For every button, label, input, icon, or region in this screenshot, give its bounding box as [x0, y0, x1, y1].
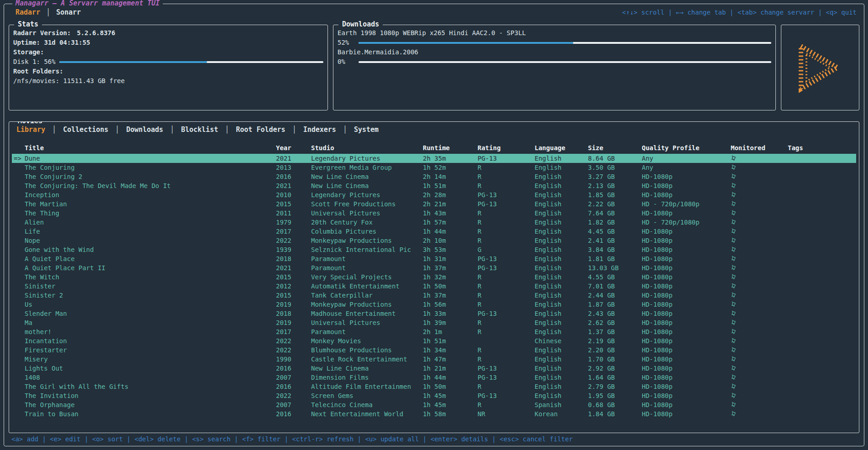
disk-progress-fill [59, 61, 207, 63]
cell-studio: Paramount [311, 254, 423, 263]
cell-monitored [731, 199, 788, 209]
cell-title: mother! [25, 327, 276, 336]
table-row[interactable]: Sinister 22015Tank Caterpillar1h 37mREng… [12, 291, 856, 300]
cell-language: English [535, 282, 588, 291]
stats-panel: Stats Radarr Version:5.2.6.8376 Uptime: … [9, 25, 328, 110]
radarr-version-line: Radarr Version:5.2.6.8376 [13, 28, 323, 38]
cell-title: The Conjuring 2 [25, 172, 276, 181]
movies-tab-indexers[interactable]: Indexers [296, 126, 343, 134]
table-row[interactable]: Nope2022Monkeypaw Productions2h 10mREngl… [12, 236, 856, 245]
bookmark-icon [731, 337, 737, 345]
table-row[interactable]: =>Dune2021Legendary Pictures2h 35mPG-13E… [12, 154, 856, 163]
servarr-tab-sonarr[interactable]: Sonarr [50, 8, 87, 16]
cell-rating: R [478, 163, 535, 172]
cell-studio: Blumhouse Productions [311, 345, 423, 355]
table-row[interactable]: Lights Out2016New Line Cinema1h 21mPG-13… [12, 364, 856, 373]
table-row[interactable]: Slender Man2018Madhouse Entertainment1h … [12, 309, 856, 318]
cell-year: 2017 [276, 327, 311, 336]
bookmark-icon [731, 219, 737, 226]
cell-studio: Next Entertainment World [311, 409, 423, 419]
column-header-quality-profile[interactable]: Quality Profile [642, 143, 731, 152]
cell-size: 2.13 GB [588, 181, 642, 190]
bookmark-icon [731, 155, 737, 162]
movies-tab-blocklist[interactable]: Blocklist [174, 126, 225, 134]
movies-tab-system[interactable]: System [347, 126, 385, 134]
cell-quality-profile: HD-1080p [642, 327, 731, 336]
bookmark-icon [731, 401, 737, 408]
cell-title: Ma [25, 318, 276, 327]
table-row[interactable]: The Conjuring 22016New Line Cinema2h 14m… [12, 172, 856, 181]
cell-quality-profile: HD-1080p [642, 190, 731, 199]
table-row[interactable]: mother!2017Paramount2h 1mREnglish1.37 GB… [12, 327, 856, 336]
table-row[interactable]: Misery1990Castle Rock Entertainment1h 47… [12, 355, 856, 364]
table-row[interactable]: Life2017Columbia Pictures1h 44mREnglish4… [12, 227, 856, 236]
downloads-panel: Downloads Earth 1998 1080p WEBRip x265 H… [333, 25, 776, 110]
table-row[interactable]: The Girl with All the Gifts2016Altitude … [12, 382, 856, 391]
column-header-language[interactable]: Language [535, 143, 588, 152]
cell-rating: R [478, 327, 535, 336]
root-folders-label: Root Folders: [13, 67, 323, 76]
table-row[interactable]: Inception2010Legendary Pictures2h 28mPG-… [12, 190, 856, 199]
movies-tab-root-folders[interactable]: Root Folders [229, 126, 292, 134]
column-header-title[interactable]: Title [25, 143, 276, 152]
table-row[interactable]: The Conjuring: The Devil Made Me Do It20… [12, 181, 856, 190]
cell-rating: R [478, 172, 535, 181]
column-header-runtime[interactable]: Runtime [423, 143, 478, 152]
cell-year: 2013 [276, 163, 311, 172]
table-row[interactable]: The Conjuring2013Evergreen Media Group1h… [12, 163, 856, 172]
download-percent-label: 52% [338, 38, 355, 47]
download-progress-line: 52% [338, 38, 771, 47]
table-row[interactable]: A Quiet Place2018Paramount1h 31mPG-13Eng… [12, 254, 856, 263]
movies-tab-collections[interactable]: Collections [56, 126, 115, 134]
cell-monitored [731, 364, 788, 373]
cell-language: English [535, 327, 588, 336]
column-header-year[interactable]: Year [276, 143, 311, 152]
managarr-logo-icon [790, 39, 850, 96]
bookmark-icon [731, 246, 737, 253]
table-row[interactable]: The Orphanage2007Telecinco Cinema1h 45mR… [12, 400, 856, 409]
cell-language: Chinese [535, 336, 588, 345]
column-header-monitored[interactable]: Monitored [731, 143, 788, 152]
table-row[interactable]: The Witch2015Very Special Projects1h 32m… [12, 272, 856, 282]
cell-rating: R [478, 227, 535, 236]
table-row[interactable]: The Invitation2022Screen Gems1h 45mPG-13… [12, 391, 856, 400]
cell-rating: R [478, 236, 535, 245]
column-header-studio[interactable]: Studio [311, 143, 423, 152]
cell-size: 3.27 GB [588, 172, 642, 181]
cell-size: 2.62 GB [588, 318, 642, 327]
table-row[interactable]: Train to Busan2016Next Entertainment Wor… [12, 409, 856, 419]
table-row[interactable]: The Thing2011Universal Pictures1h 43mREn… [12, 209, 856, 218]
cell-monitored [731, 218, 788, 227]
cell-studio: New Line Cinema [311, 172, 423, 181]
cell-title: The Girl with All the Gifts [25, 382, 276, 391]
movies-tab-library[interactable]: Library [14, 126, 52, 134]
column-header-rating[interactable]: Rating [478, 143, 535, 152]
cell-language: English [535, 382, 588, 391]
bookmark-icon [731, 392, 737, 399]
column-header-tags[interactable]: Tags [788, 143, 856, 152]
cell-language: English [535, 181, 588, 190]
table-row[interactable]: Firestarter2022Blumhouse Productions1h 3… [12, 345, 856, 355]
table-row[interactable]: Sinister2012Automatik Entertainment1h 50… [12, 282, 856, 291]
table-row[interactable]: Gone with the Wind1939Selznick Internati… [12, 245, 856, 254]
cell-size: 2.22 GB [588, 199, 642, 209]
table-row[interactable]: Us2019Monkeypaw Productions1h 56mREnglis… [12, 300, 856, 309]
table-row[interactable]: 14082007Dimension Films1h 44mPG-13Englis… [12, 373, 856, 382]
cell-monitored [731, 190, 788, 199]
radarr-version-label: Radarr Version: [13, 29, 71, 37]
cell-year: 2021 [276, 263, 311, 272]
cell-year: 1990 [276, 355, 311, 364]
table-row[interactable]: Ma2019Universal Pictures1h 39mREnglish2.… [12, 318, 856, 327]
cell-year: 1939 [276, 245, 311, 254]
bookmark-icon [731, 264, 737, 272]
table-row[interactable]: A Quiet Place Part II2021Paramount1h 37m… [12, 263, 856, 272]
servarr-tab-radarr[interactable]: Radarr [10, 8, 46, 16]
movies-tab-downloads[interactable]: Downloads [120, 126, 170, 134]
downloads-list: Earth 1998 1080p WEBRip x265 Hindi AAC2.… [338, 28, 771, 67]
table-row[interactable]: Incantation2022Monkey Movies1h 51mChines… [12, 336, 856, 345]
cell-quality-profile: HD-1080p [642, 245, 731, 254]
column-header-size[interactable]: Size [588, 143, 642, 152]
table-row[interactable]: Alien197920th Century Fox1h 57mREnglish1… [12, 218, 856, 227]
table-row[interactable]: The Martian2015Scott Free Productions2h … [12, 199, 856, 209]
cell-title: The Conjuring: The Devil Made Me Do It [25, 181, 276, 190]
